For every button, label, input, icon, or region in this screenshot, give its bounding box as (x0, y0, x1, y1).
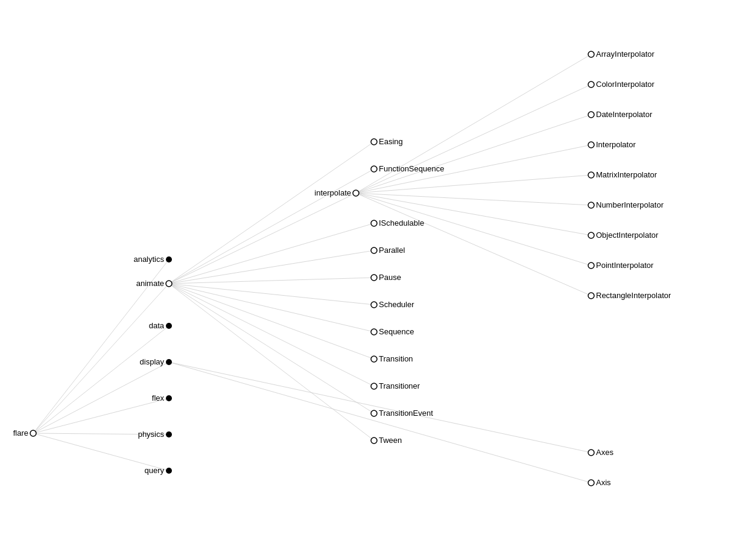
graph-canvas (0, 0, 748, 560)
